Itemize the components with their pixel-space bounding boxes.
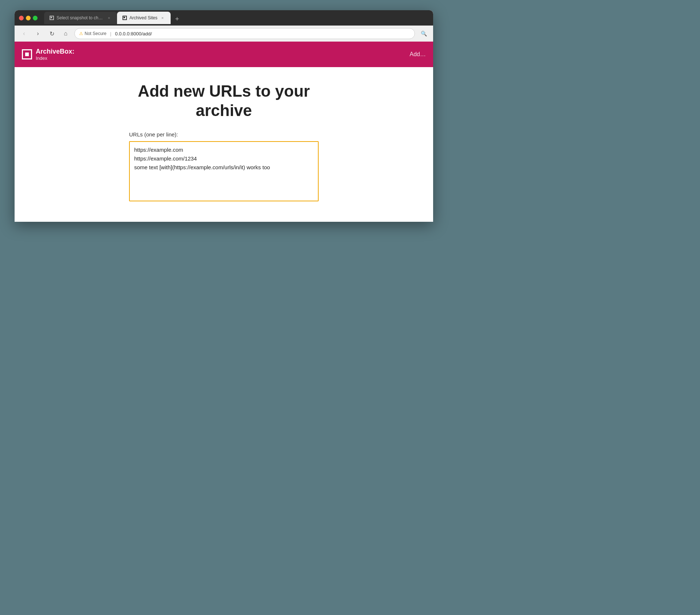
- urls-textarea-wrapper: https://example.com https://example.com/…: [129, 141, 319, 203]
- back-icon: ‹: [23, 30, 25, 37]
- forward-button[interactable]: ›: [33, 28, 43, 39]
- tab1-label: Select snapshot to change | In…: [57, 15, 104, 20]
- not-secure-indicator: ⚠ Not Secure: [79, 31, 106, 36]
- tabs-container: Select snapshot to change | In… × Archiv…: [44, 12, 429, 24]
- minimize-traffic-light[interactable]: [26, 16, 31, 20]
- page-heading-line2: archive: [196, 101, 252, 119]
- app-title-sub: Index: [36, 55, 74, 61]
- browser-tab-2[interactable]: Archived Sites ×: [117, 12, 171, 24]
- page-heading: Add new URLs to your archive: [138, 82, 310, 120]
- search-icon: 🔍: [421, 31, 427, 36]
- new-tab-button[interactable]: +: [172, 14, 182, 24]
- app-logo: ArchiveBox: Index: [22, 48, 74, 61]
- tab2-close[interactable]: ×: [160, 15, 166, 21]
- app-title-main: ArchiveBox:: [36, 48, 74, 56]
- omnibox-bar: ‹ › ↻ ⌂ ⚠ Not Secure | 0.0.0.0:8000/add/…: [15, 26, 433, 42]
- forward-icon: ›: [37, 30, 39, 37]
- url-separator: |: [110, 31, 111, 36]
- tab1-close[interactable]: ×: [106, 15, 112, 21]
- not-secure-label: Not Secure: [85, 31, 106, 36]
- main-content: Add new URLs to your archive URLs (one p…: [15, 67, 433, 222]
- tab1-icon: [49, 15, 54, 20]
- warning-icon: ⚠: [79, 31, 83, 36]
- close-traffic-light[interactable]: [19, 16, 24, 20]
- home-icon: ⌂: [64, 30, 67, 37]
- maximize-traffic-light[interactable]: [33, 16, 38, 20]
- address-bar[interactable]: ⚠ Not Secure | 0.0.0.0:8000/add/: [74, 28, 415, 39]
- app-logo-icon: [22, 49, 32, 59]
- reload-button[interactable]: ↻: [47, 28, 57, 39]
- back-button[interactable]: ‹: [19, 28, 29, 39]
- page-heading-line1: Add new URLs to your: [138, 82, 310, 100]
- browser-tab-1[interactable]: Select snapshot to change | In… ×: [44, 12, 117, 24]
- browser-search-button[interactable]: 🔍: [419, 28, 429, 39]
- browser-window: Select snapshot to change | In… × Archiv…: [15, 10, 433, 222]
- url-display: 0.0.0.0:8000/add/: [115, 31, 152, 36]
- urls-label: URLs (one per line):: [129, 131, 178, 138]
- reload-icon: ↻: [50, 30, 54, 37]
- home-button[interactable]: ⌂: [61, 28, 71, 39]
- app-header: ArchiveBox: Index Add…: [15, 42, 433, 67]
- page-content: ArchiveBox: Index Add… Add new URLs to y…: [15, 42, 433, 222]
- title-bar: Select snapshot to change | In… × Archiv…: [15, 10, 433, 26]
- urls-textarea[interactable]: https://example.com https://example.com/…: [129, 141, 319, 201]
- app-header-add-link[interactable]: Add…: [410, 51, 426, 58]
- app-title-block: ArchiveBox: Index: [36, 48, 74, 61]
- tab2-label: Archived Sites: [129, 15, 158, 20]
- traffic-lights: [19, 16, 38, 20]
- tab2-icon: [122, 15, 127, 20]
